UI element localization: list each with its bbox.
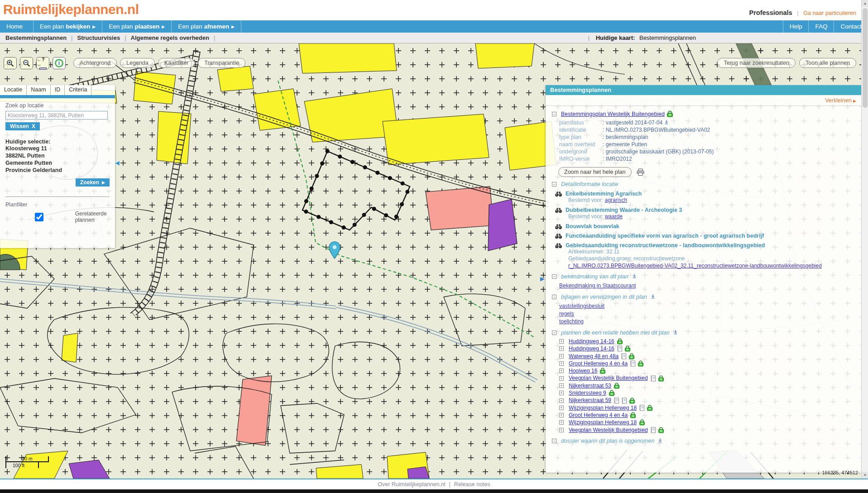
collapse-icon[interactable]: −: [552, 330, 556, 335]
document-icon[interactable]: [630, 360, 635, 367]
download-icon[interactable]: [632, 273, 637, 280]
nav-item[interactable]: Een planplaatsen▶: [102, 20, 172, 33]
scroll-down-arrow[interactable]: ▼: [862, 472, 868, 479]
nav-item[interactable]: Een planbekijken▶: [34, 20, 102, 33]
map-tool-button[interactable]: Kaartfilter: [158, 58, 195, 68]
document-icon[interactable]: [621, 397, 627, 404]
related-plan-link[interactable]: Hooiweg 16: [569, 367, 597, 374]
expand-icon[interactable]: +: [559, 406, 564, 410]
nav-item[interactable]: Home: [0, 20, 34, 33]
section-link[interactable]: regels: [559, 310, 855, 318]
measure-button[interactable]: ←?→: [36, 57, 49, 69]
collapse-icon[interactable]: −: [552, 274, 556, 279]
download-icon[interactable]: [673, 330, 678, 336]
related-plan-link[interactable]: Waterweg 48 en 48a: [569, 353, 619, 360]
related-plan-link[interactable]: Snijderssteeg 9: [569, 389, 606, 397]
document-icon[interactable]: [621, 353, 626, 359]
expand-icon[interactable]: +: [559, 376, 564, 381]
collapse-panel-link[interactable]: Verkleinen ▶: [546, 95, 862, 106]
map-type-tab[interactable]: Algemene regels overheden: [129, 34, 211, 41]
section-link[interactable]: toelichting: [559, 318, 855, 325]
nav-item-right[interactable]: Help: [783, 20, 809, 33]
related-plan-link[interactable]: Groot Hellerweg 4 en 4a: [569, 412, 628, 419]
expand-icon[interactable]: +: [559, 346, 564, 351]
related-plan-link[interactable]: Wijzigingsplan Hellerweg 18: [569, 404, 637, 412]
expand-icon[interactable]: +: [559, 354, 564, 359]
related-plan-link[interactable]: Wijzigingsplan Hellerweg 18: [569, 419, 637, 426]
binoculars-icon[interactable]: [555, 207, 562, 213]
release-notes-link[interactable]: Release notes: [454, 481, 490, 488]
switch-audience-link[interactable]: Ga naar particulieren: [803, 10, 856, 16]
document-icon[interactable]: [614, 397, 619, 404]
search-tab[interactable]: Locatie: [0, 85, 27, 95]
expand-icon[interactable]: +: [559, 413, 564, 417]
related-plan-link[interactable]: Veegplan Westelijk Buitengebied: [569, 426, 648, 434]
search-tab[interactable]: Naam: [27, 85, 50, 95]
map-action-button[interactable]: Terug naar zoekresultaten: [717, 58, 796, 68]
zoom-to-plan-button[interactable]: Zoom naar het hele plan: [558, 167, 632, 177]
nav-item[interactable]: Een planafnemen▶: [172, 20, 241, 33]
about-link[interactable]: Over Ruimtelijkeplannen.nl: [378, 481, 445, 488]
related-plan-link[interactable]: Veegplan Westelijk Buitengebied: [569, 374, 648, 382]
expand-icon[interactable]: +: [559, 361, 564, 366]
related-plan-link[interactable]: Nijkerkerstraat 53: [569, 382, 611, 389]
binoculars-icon[interactable]: [555, 191, 562, 197]
expand-icon[interactable]: +: [559, 420, 564, 425]
search-tab[interactable]: ID: [51, 85, 65, 95]
map-tool-button[interactable]: Achtergrond: [73, 58, 117, 68]
expand-icon[interactable]: +: [559, 398, 564, 403]
expand-icon[interactable]: +: [559, 391, 564, 395]
binoculars-icon[interactable]: [555, 224, 562, 230]
expand-icon[interactable]: +: [559, 383, 564, 388]
map-action-button[interactable]: Toon alle plannen: [799, 58, 856, 68]
related-plan-link[interactable]: Groot Hellerweg 4 en 4a: [569, 360, 628, 367]
binoculars-icon[interactable]: [555, 243, 562, 249]
map-type-tab[interactable]: Bestemmingsplannen: [4, 34, 68, 41]
expand-icon[interactable]: +: [559, 339, 564, 344]
zoom-in-button[interactable]: [4, 57, 17, 69]
info-button[interactable]: i: [53, 57, 66, 69]
map-type-tab[interactable]: Structuurvisies: [75, 34, 122, 41]
detail-link[interactable]: agrarisch: [605, 197, 627, 203]
related-plan-link[interactable]: Huddingweg 14-16: [569, 338, 614, 345]
expand-icon[interactable]: +: [559, 428, 564, 432]
download-icon[interactable]: [658, 438, 662, 444]
detail-link[interactable]: waarde: [605, 213, 623, 220]
download-icon[interactable]: [651, 294, 655, 300]
related-plan-link[interactable]: Huddingweg 14-16: [569, 345, 614, 352]
search-tab[interactable]: Criteria: [65, 85, 91, 95]
related-plans-checkbox[interactable]: [5, 213, 73, 221]
page-scrollbar[interactable]: ▲ ▼: [861, 0, 868, 479]
close-icon: X: [32, 123, 35, 129]
download-icon[interactable]: [664, 119, 669, 126]
collapse-icon[interactable]: −: [552, 182, 556, 187]
document-icon[interactable]: [639, 405, 644, 411]
print-icon[interactable]: [636, 168, 645, 176]
related-plan-link[interactable]: Nijkerkerstraat 59: [569, 397, 611, 404]
clear-button[interactable]: Wissen X: [5, 122, 40, 130]
map-tool-button[interactable]: Transparantie: [198, 58, 245, 68]
section-link[interactable]: Bekendmaking in Staatscourant: [559, 282, 855, 290]
document-icon[interactable]: [650, 375, 656, 382]
document-icon[interactable]: [617, 345, 622, 352]
location-search-input[interactable]: [5, 111, 108, 120]
related-plans-label: Gerelateerde plannen: [75, 211, 110, 223]
document-icon[interactable]: [650, 427, 656, 433]
detail-rule-link[interactable]: r_NL.IMRO.0273.BPBGWBuitengebied-VA02_32…: [568, 263, 822, 269]
search-button[interactable]: Zoeken ▶: [76, 178, 110, 187]
section-link[interactable]: vaststellingsbesluit: [559, 302, 855, 310]
collapse-icon[interactable]: −: [552, 112, 556, 116]
collapse-search-panel-handle[interactable]: ◀: [115, 159, 120, 166]
binoculars-icon[interactable]: [555, 233, 562, 239]
zoom-out-button[interactable]: [20, 57, 33, 69]
nav-item-right[interactable]: FAQ: [808, 20, 834, 33]
scroll-up-arrow[interactable]: ▲: [862, 0, 868, 7]
collapse-icon[interactable]: −: [552, 295, 556, 299]
scrollbar-thumb[interactable]: [863, 8, 868, 108]
expand-icon[interactable]: +: [559, 369, 564, 373]
collapse-icon[interactable]: −: [552, 439, 556, 443]
site-logo[interactable]: Ruimtelijkeplannen.nl: [3, 2, 139, 17]
map-tool-button[interactable]: Legenda: [120, 58, 155, 68]
plan-name-link[interactable]: Bestemmingsplan Westelijk Buitengebied: [561, 111, 665, 117]
expand-info-panel-handle[interactable]: ▶: [540, 275, 545, 282]
